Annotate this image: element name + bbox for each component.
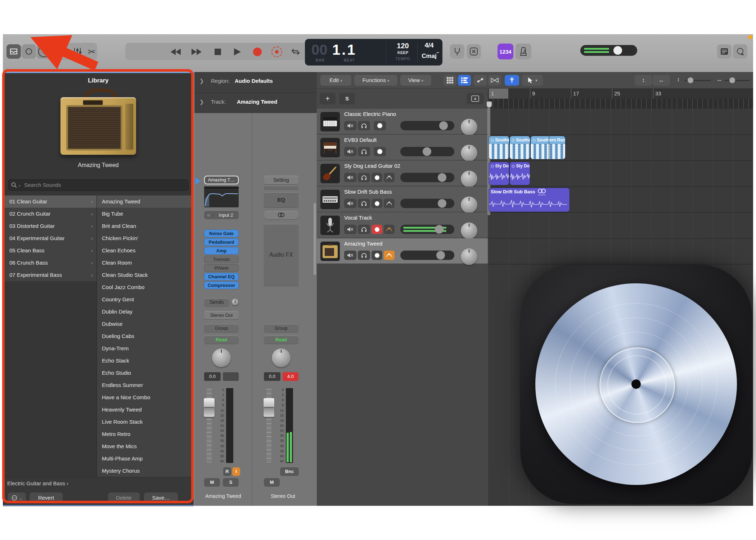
mute-button[interactable] — [344, 225, 356, 234]
peak-value[interactable]: 4.0 — [283, 372, 298, 381]
global-solo-button[interactable]: S — [339, 93, 355, 104]
horizontal-auto-zoom-button[interactable]: ↔ — [653, 75, 670, 86]
ruler-ticks[interactable] — [488, 99, 753, 109]
track-volume-slider[interactable] — [400, 147, 454, 156]
plugin-slot[interactable]: Tremolo — [204, 256, 239, 263]
list-editors-button[interactable] — [717, 44, 732, 59]
region-inspector-header[interactable]: ❯ Region: Audio Defaults — [194, 72, 317, 93]
track-volume-slider[interactable] — [400, 199, 454, 208]
track-inspector-header[interactable]: ❯ Track: Amazing Tweed — [194, 93, 317, 114]
count-in-button[interactable]: 1234 — [498, 44, 513, 59]
forward-button[interactable] — [191, 47, 202, 57]
sends-label[interactable]: Sends — [204, 298, 229, 306]
track-name[interactable]: Classic Electric Piano — [344, 111, 396, 117]
pan-knob[interactable] — [461, 119, 477, 135]
input-mode-icon[interactable]: ○ — [204, 213, 213, 218]
crossfade-button[interactable] — [488, 75, 501, 86]
stop-button[interactable] — [212, 47, 223, 57]
record-enable-button[interactable] — [372, 173, 382, 182]
input-slot[interactable]: ○ Input 2 — [204, 211, 239, 219]
pan-knob[interactable] — [461, 171, 477, 187]
input-monitor-button-active[interactable] — [384, 251, 395, 260]
volume-knob[interactable] — [439, 121, 448, 130]
mute-button[interactable] — [344, 251, 356, 260]
track-name[interactable]: Sly Dog Lead Guitar 02 — [344, 163, 400, 169]
track-name[interactable]: Slow Drift Sub Bass — [344, 189, 392, 195]
group-slot[interactable]: Group — [204, 324, 239, 332]
volume-value[interactable]: 0.0 — [204, 372, 221, 381]
pan-knob[interactable] — [461, 197, 477, 213]
timeline-canvas[interactable]: ◇ Southe ◇ Southe ◇ Southern Rock ◇ Sly … — [488, 109, 753, 506]
record-enable-button-active[interactable] — [372, 225, 382, 234]
group-slot[interactable]: Group — [264, 324, 298, 332]
track-row[interactable]: Vocal Track — [317, 212, 488, 238]
channel-eq-thumbnail[interactable] — [204, 186, 239, 207]
output-setting-button[interactable]: Setting — [264, 176, 298, 184]
volume-knob[interactable] — [435, 225, 444, 234]
input-monitor-button[interactable] — [384, 225, 395, 234]
track-row[interactable]: Slow Drift Sub Bass — [317, 186, 488, 212]
input-monitor-button[interactable]: I — [232, 467, 240, 476]
audio-region[interactable]: ◇ Sly Do — [510, 162, 530, 185]
zoom-slider-knob[interactable] — [729, 77, 735, 83]
track-volume-slider[interactable] — [400, 121, 454, 130]
zoom-slider-knob[interactable] — [688, 77, 693, 83]
volume-knob[interactable] — [438, 199, 446, 208]
bounce-button[interactable]: Bnc — [280, 467, 299, 476]
track-volume-slider[interactable] — [400, 225, 454, 234]
track-view-button[interactable] — [458, 75, 471, 86]
plugin-slot[interactable]: Compressor — [204, 282, 239, 289]
automation-mode-button[interactable]: Read — [264, 336, 298, 344]
disclosure-icon[interactable]: ❯ — [199, 78, 204, 84]
record-enable-button[interactable] — [374, 147, 386, 156]
solo-button[interactable] — [358, 251, 370, 260]
solo-button[interactable] — [358, 199, 370, 208]
flex-button[interactable] — [505, 75, 519, 86]
track-name[interactable]: EVB3 Default — [344, 137, 377, 143]
capture-recording-button[interactable] — [271, 47, 282, 57]
volume-value[interactable]: 0.0 — [264, 372, 280, 381]
automation-mode-button[interactable]: Read — [204, 336, 239, 344]
pan-knob[interactable] — [461, 145, 477, 161]
track-volume-slider[interactable] — [400, 173, 454, 182]
midi-region[interactable]: ◇ Southe — [489, 136, 509, 159]
track-row-selected[interactable]: Amazing Tweed — [317, 238, 488, 264]
master-volume-slider[interactable] — [580, 45, 637, 56]
fader-cap[interactable] — [204, 398, 215, 417]
playhead-handle[interactable] — [487, 102, 492, 107]
mute-button[interactable] — [344, 121, 356, 130]
vertical-auto-zoom-button[interactable]: ↕ — [635, 75, 652, 86]
track-row[interactable]: Sly Dog Lead Guitar 02 — [317, 161, 488, 186]
horizontal-zoom-slider[interactable]: ↔ — [716, 76, 752, 84]
track-header-config-button[interactable] — [467, 93, 484, 104]
add-track-button[interactable]: + — [320, 93, 336, 104]
midi-region[interactable]: ◇ Southe — [510, 136, 530, 159]
output-slot[interactable]: Stereo Out — [204, 311, 239, 319]
audio-fx-area[interactable]: Audio FX — [264, 224, 298, 286]
eq-slot[interactable]: EQ — [264, 192, 298, 207]
track-name[interactable]: Vocal Track — [344, 215, 372, 221]
disclosure-icon[interactable]: ❯ — [199, 99, 204, 105]
functions-menu[interactable]: Functions ▾ — [354, 75, 397, 86]
plugin-slot[interactable]: Noise Gate — [204, 230, 239, 237]
mute-button[interactable]: M — [264, 478, 280, 487]
lcd-chevron-down-icon[interactable]: ⌄ — [435, 48, 440, 55]
lcd-display[interactable]: 00 1.1 BAR BEAT 120 KEEP TEMPO 4/4 Cmaj … — [305, 39, 442, 66]
record-enable-button[interactable] — [372, 251, 382, 260]
automation-button[interactable] — [474, 75, 487, 86]
mute-button[interactable] — [344, 147, 356, 156]
ruler-numbers[interactable]: 1 9 17 25 33 — [488, 89, 753, 99]
tuner-button[interactable] — [450, 44, 464, 59]
track-row[interactable]: Classic Electric Piano — [317, 109, 488, 135]
record-enable-button[interactable] — [374, 121, 386, 130]
view-menu[interactable]: View ▾ — [400, 75, 431, 86]
pointer-tool-button[interactable]: ▾ — [522, 75, 543, 86]
strip-scrollbar[interactable] — [314, 203, 316, 275]
input-monitor-button[interactable] — [384, 173, 395, 182]
fader-cap[interactable] — [264, 398, 274, 417]
channel-setting-button[interactable]: Amazing T… — [204, 176, 239, 184]
pan-knob[interactable] — [272, 348, 291, 367]
play-button[interactable] — [232, 47, 243, 57]
edit-menu[interactable]: Edit ▾ — [320, 75, 351, 86]
stereo-format-button[interactable] — [264, 211, 298, 219]
